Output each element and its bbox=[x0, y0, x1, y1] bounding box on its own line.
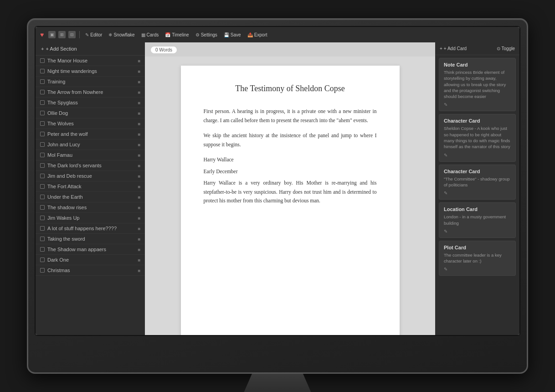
sidebar-item-dark-one[interactable]: Dark One ■ bbox=[36, 255, 145, 265]
icon-grid-3[interactable]: ⊟ bbox=[68, 31, 76, 38]
sidebar-checkbox[interactable] bbox=[40, 79, 45, 84]
sidebar-item-menu[interactable]: ■ bbox=[138, 258, 140, 263]
app-logo: ♥ bbox=[40, 31, 44, 38]
sidebar-item-label: The shadow rises bbox=[47, 205, 135, 210]
sidebar-item-menu[interactable]: ■ bbox=[138, 90, 140, 95]
sidebar-item-label: Ollie Dog bbox=[47, 110, 135, 116]
sidebar-item-menu[interactable]: ■ bbox=[138, 132, 140, 137]
sidebar-item-peter-wolf[interactable]: Peter and the wolf ■ bbox=[36, 129, 145, 139]
toggle-button[interactable]: ⊙ Toggle bbox=[497, 46, 515, 51]
sidebar-item-label: The Manor House bbox=[47, 58, 135, 63]
sidebar-item-arrow-nowhere[interactable]: The Arrow from Nowhere ■ bbox=[36, 87, 145, 98]
sidebar-checkbox[interactable] bbox=[40, 163, 45, 168]
sidebar-checkbox[interactable] bbox=[40, 174, 45, 178]
document-body[interactable]: First person. A hearing is in progress, … bbox=[204, 107, 377, 206]
sidebar-item-christmas[interactable]: Christmas ■ bbox=[36, 265, 145, 276]
sidebar-item-menu[interactable]: ■ bbox=[138, 226, 140, 231]
sidebar-checkbox[interactable] bbox=[40, 258, 45, 262]
sidebar-item-ollie-dog[interactable]: Ollie Dog ■ bbox=[36, 108, 145, 119]
sidebar-checkbox[interactable] bbox=[40, 205, 45, 210]
sidebar-checkbox[interactable] bbox=[40, 142, 45, 147]
sidebar-item-menu[interactable]: ■ bbox=[138, 100, 140, 105]
sidebar-item-fort-attack[interactable]: The Fort Attack ■ bbox=[36, 181, 145, 192]
sidebar-checkbox[interactable] bbox=[40, 69, 45, 73]
sidebar-item-label: The Arrow from Nowhere bbox=[47, 89, 135, 95]
card-edit-icon[interactable]: ✎ bbox=[444, 191, 511, 196]
sidebar-checkbox[interactable] bbox=[40, 268, 45, 273]
sidebar-checkbox[interactable] bbox=[40, 216, 45, 220]
sidebar-checkbox[interactable] bbox=[40, 100, 45, 105]
sidebar-item-lot-stuff[interactable]: A lot of stuff happens here???? ■ bbox=[36, 223, 145, 234]
toggle-label: ⊙ Toggle bbox=[497, 46, 515, 51]
sidebar-item-menu[interactable]: ■ bbox=[138, 111, 140, 116]
sidebar-checkbox[interactable] bbox=[40, 111, 45, 115]
paragraph-2: Harry Wallace bbox=[204, 155, 377, 165]
card-edit-icon[interactable]: ✎ bbox=[444, 153, 511, 158]
card-plot-card: Plot Card The committee leader is a key … bbox=[439, 241, 516, 276]
sidebar-checkbox[interactable] bbox=[40, 195, 45, 199]
editor-button[interactable]: ✎ Editor bbox=[83, 31, 104, 38]
sidebar-item-menu[interactable]: ■ bbox=[138, 216, 140, 221]
card-title: Location Card bbox=[444, 206, 511, 212]
sidebar-item-menu[interactable]: ■ bbox=[138, 184, 140, 189]
cards-button[interactable]: ▦ Cards bbox=[139, 31, 161, 38]
sidebar-checkbox[interactable] bbox=[40, 90, 45, 94]
sidebar-item-manor-house[interactable]: The Manor House ■ bbox=[36, 56, 145, 66]
add-card-icon: + bbox=[440, 46, 442, 51]
sidebar-item-training[interactable]: Training ■ bbox=[36, 77, 145, 87]
card-edit-icon[interactable]: ✎ bbox=[444, 229, 511, 234]
sidebar-item-wolves[interactable]: The Wolves ■ bbox=[36, 119, 145, 129]
sidebar-checkbox[interactable] bbox=[40, 237, 45, 241]
card-edit-icon[interactable]: ✎ bbox=[444, 267, 511, 272]
sidebar-item-shadow-rises[interactable]: The shadow rises ■ bbox=[36, 202, 145, 213]
sidebar: + + Add Section The Manor House ■ Night … bbox=[36, 42, 145, 335]
icon-grid-1[interactable]: ▣ bbox=[48, 31, 56, 38]
sidebar-checkbox[interactable] bbox=[40, 153, 45, 157]
settings-button[interactable]: ⚙ Settings bbox=[194, 31, 219, 38]
sidebar-item-menu[interactable]: ■ bbox=[138, 174, 140, 179]
sidebar-item-taking-sword[interactable]: Taking the sword ■ bbox=[36, 234, 145, 244]
sidebar-item-menu[interactable]: ■ bbox=[138, 268, 140, 273]
sidebar-item-spyglass[interactable]: The Spyglass ■ bbox=[36, 98, 145, 108]
sidebar-item-menu[interactable]: ■ bbox=[138, 247, 140, 252]
add-card-button[interactable]: + + Add Card bbox=[440, 46, 467, 51]
sidebar-checkbox[interactable] bbox=[40, 58, 45, 63]
sidebar-item-menu[interactable]: ■ bbox=[138, 121, 140, 126]
sidebar-item-night-wanderings[interactable]: Night time wanderings ■ bbox=[36, 66, 145, 77]
sidebar-item-under-earth[interactable]: Under the Earth ■ bbox=[36, 192, 145, 202]
snowflake-button[interactable]: ❄ Snowflake bbox=[107, 31, 136, 38]
timeline-button[interactable]: 📅 Timeline bbox=[163, 31, 190, 38]
sidebar-item-menu[interactable]: ■ bbox=[138, 237, 140, 242]
sidebar-item-label: Training bbox=[47, 79, 135, 84]
card-title: Note Card bbox=[444, 62, 511, 67]
sidebar-item-menu[interactable]: ■ bbox=[138, 163, 140, 168]
sidebar-item-menu[interactable]: ■ bbox=[138, 153, 140, 158]
document-title: The Testimony of Sheldon Copse bbox=[204, 84, 377, 93]
sidebar-item-jim-deb[interactable]: Jim and Deb rescue ■ bbox=[36, 171, 145, 181]
sidebar-item-label: The Wolves bbox=[47, 121, 135, 126]
add-section-button[interactable]: + + Add Section bbox=[36, 42, 145, 56]
sidebar-item-menu[interactable]: ■ bbox=[138, 205, 140, 210]
sidebar-item-jim-wakes[interactable]: Jim Wakes Up ■ bbox=[36, 213, 145, 223]
sidebar-checkbox[interactable] bbox=[40, 121, 45, 126]
sidebar-item-menu[interactable]: ■ bbox=[138, 142, 140, 147]
sidebar-item-label: Under the Earth bbox=[47, 194, 135, 200]
sidebar-checkbox[interactable] bbox=[40, 184, 45, 189]
card-edit-icon[interactable]: ✎ bbox=[444, 102, 511, 107]
save-button[interactable]: 💾 Save bbox=[222, 31, 243, 38]
sidebar-item-menu[interactable]: ■ bbox=[138, 79, 140, 84]
export-button[interactable]: 📤 Export bbox=[246, 31, 269, 38]
sidebar-item-shadow-man[interactable]: The Shadow man appaers ■ bbox=[36, 244, 145, 255]
sidebar-checkbox[interactable] bbox=[40, 247, 45, 252]
sidebar-item-menu[interactable]: ■ bbox=[138, 58, 140, 63]
sidebar-checkbox[interactable] bbox=[40, 132, 45, 136]
sidebar-item-john-lucy[interactable]: John and Lucy ■ bbox=[36, 139, 145, 150]
sidebar-item-mol-famau[interactable]: Mol Famau ■ bbox=[36, 150, 145, 160]
card-title: Plot Card bbox=[444, 245, 511, 250]
editor-scroll[interactable]: The Testimony of Sheldon Copse First per… bbox=[145, 57, 435, 335]
sidebar-item-dark-lord[interactable]: The Dark lord's servants ■ bbox=[36, 160, 145, 171]
sidebar-item-menu[interactable]: ■ bbox=[138, 69, 140, 74]
sidebar-checkbox[interactable] bbox=[40, 226, 45, 231]
icon-grid-2[interactable]: ⊞ bbox=[58, 31, 66, 38]
sidebar-item-menu[interactable]: ■ bbox=[138, 195, 140, 200]
